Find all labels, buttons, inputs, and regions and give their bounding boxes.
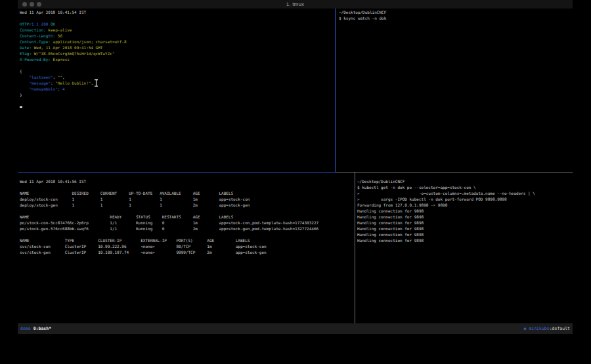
window-tab-bash[interactable]: 0:bash* bbox=[33, 326, 51, 331]
terminal-line: $ ksync watch -n dok bbox=[339, 15, 386, 21]
status-left: demo0:bash* bbox=[20, 326, 51, 331]
pane-http-response[interactable]: Wed 11 Apr 2018 10:41:54 IST HTTP/1.1 20… bbox=[20, 9, 127, 110]
terminal-line: Content-Type: application/json; charset=… bbox=[20, 39, 127, 45]
terminal-line: Date: Wed, 11 Apr 2018 09:41:54 GMT bbox=[20, 45, 127, 51]
terminal-line: svc/stock-gen ClusterIP 10.109.197.74 <n… bbox=[20, 249, 318, 255]
terminal-line bbox=[20, 62, 127, 68]
terminal-line: $ kubectl get -n dok po --selector=app=s… bbox=[357, 184, 535, 190]
pane-border-horizontal-active[interactable] bbox=[18, 172, 336, 172]
terminal-line: Handling connection for 9898 bbox=[357, 214, 535, 220]
terminal-line: ~/Desktop/DublinCNCF bbox=[357, 178, 535, 184]
terminal-line: } bbox=[20, 92, 127, 98]
terminal-line bbox=[20, 104, 127, 110]
terminal-line: X-Powered-By: Express bbox=[20, 56, 127, 62]
kube-context-name: minikube bbox=[529, 326, 549, 331]
close-button-icon[interactable] bbox=[22, 2, 27, 7]
zoom-button-icon[interactable] bbox=[37, 2, 41, 7]
terminal-line bbox=[20, 208, 318, 214]
pane-border-horizontal[interactable] bbox=[336, 172, 573, 172]
terminal-line: Handling connection for 9898 bbox=[357, 232, 535, 237]
mouse-cursor-ibeam bbox=[94, 79, 98, 87]
terminal-line: svc/stock-con ClusterIP 10.99.222.96 <no… bbox=[20, 243, 318, 249]
terminal-line bbox=[20, 232, 318, 237]
terminal-line: deploy/stock-con 1 1 1 1 1m app=stock-co… bbox=[20, 196, 318, 202]
terminal-line: deploy/stock-gen 1 1 1 1 2m app=stock-ge… bbox=[20, 202, 318, 208]
terminal-line: { bbox=[20, 68, 127, 74]
tmux-status-bar: demo0:bash* ◉minikube:default bbox=[18, 323, 573, 334]
terminal-line: Handling connection for 9898 bbox=[357, 226, 535, 232]
terminal-line: ETag: W/"38-05coCsrg3mQ75sHr1d/qcWTwYZc" bbox=[20, 51, 127, 56]
pane-ksync-watch[interactable]: ~/Desktop/DublinCNCF$ ksync watch -n dok bbox=[339, 9, 386, 21]
kube-namespace: :default bbox=[550, 326, 570, 331]
terminal-line bbox=[20, 184, 318, 190]
terminal-line: "numsymbols": 4 bbox=[20, 86, 127, 92]
terminal-line: "message": "Hello Dublin!", bbox=[20, 80, 127, 86]
terminal-line: po/stock-con-5cc874766c-2p6rp 1/1 Runnin… bbox=[20, 220, 318, 226]
terminal-line: Forwarding from 127.0.0.1:9898 -> 9898 bbox=[357, 202, 535, 208]
terminal-line: Connection: keep-alive bbox=[20, 27, 127, 33]
minimize-button-icon[interactable] bbox=[30, 2, 34, 7]
status-right: ◉minikube:default bbox=[523, 326, 570, 331]
terminal-line: po/stock-gen-576cc688bb-swqf6 1/1 Runnin… bbox=[20, 226, 318, 232]
terminal-line: NAME READY STATUS RESTARTS AGE LABELS bbox=[20, 214, 318, 220]
terminal-line: Wed 11 Apr 2018 10:41:54 IST bbox=[20, 9, 127, 15]
window-title: 1. tmux bbox=[18, 1, 573, 7]
traffic-lights bbox=[22, 0, 41, 9]
terminal-line: NAME TYPE CLUSTER-IP EXTERNAL-IP PORT(S)… bbox=[20, 237, 318, 243]
titlebar: 1. tmux bbox=[18, 0, 573, 9]
terminal-line: Wed 11 Apr 2018 10:41:56 IST bbox=[20, 178, 318, 184]
terminal-window: 1. tmux Wed 11 Apr 2018 10:41:54 IST HTT… bbox=[18, 0, 573, 334]
tmux-session: Wed 11 Apr 2018 10:41:54 IST HTTP/1.1 20… bbox=[18, 9, 573, 323]
session-name: demo bbox=[20, 326, 31, 331]
terminal-line bbox=[20, 98, 127, 104]
terminal-line: > -o=custom-columns=:metadata.name --no-… bbox=[357, 190, 535, 196]
pane-port-forward[interactable]: ~/Desktop/DublinCNCF$ kubectl get -n dok… bbox=[357, 178, 535, 243]
kube-context: minikube:default bbox=[529, 326, 570, 331]
pane-border-vertical-bottom[interactable] bbox=[355, 172, 355, 323]
pane-border-vertical-top[interactable] bbox=[335, 9, 336, 172]
terminal-line: Handling connection for 9898 bbox=[357, 220, 535, 226]
pane-kubectl-get[interactable]: Wed 11 Apr 2018 10:41:56 IST NAME DESIRE… bbox=[20, 178, 318, 255]
terminal-line: Handling connection for 9898 bbox=[357, 208, 535, 214]
terminal-line: Content-Length: 56 bbox=[20, 33, 127, 39]
terminal-line: NAME DESIRED CURRENT UP-TO-DATE AVAILABL… bbox=[20, 190, 318, 196]
kube-helm-icon: ◉ bbox=[523, 326, 526, 331]
terminal-line: ~/Desktop/DublinCNCF bbox=[339, 9, 386, 15]
terminal-line bbox=[20, 15, 127, 21]
terminal-line: "lastseen": "", bbox=[20, 74, 127, 80]
terminal-line: HTTP/1.1 200 OK bbox=[20, 21, 127, 27]
terminal-line: Handling connection for 9898 bbox=[357, 237, 535, 243]
terminal-line: > xargs -IPOD kubectl -n dok port-forwar… bbox=[357, 196, 535, 202]
